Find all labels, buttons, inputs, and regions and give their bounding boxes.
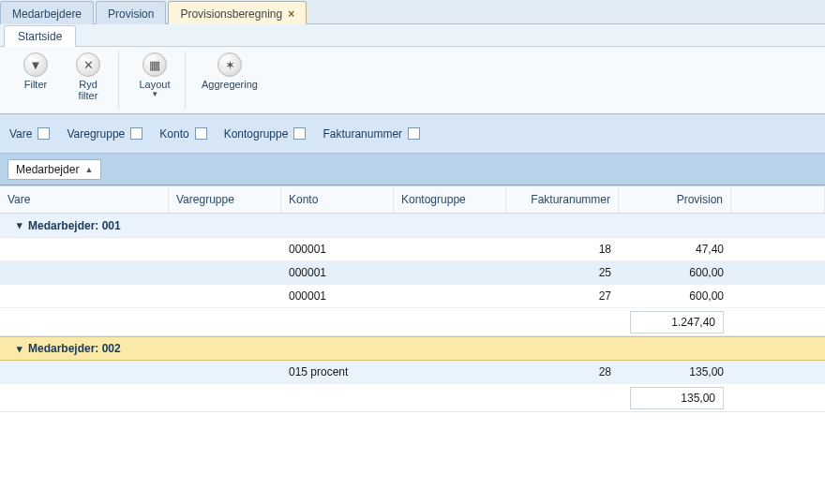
- close-icon[interactable]: ×: [288, 7, 294, 21]
- cell-konto: 000001: [281, 238, 394, 260]
- tab-provisionsberegning[interactable]: Provisionsberegning ×: [168, 1, 307, 24]
- filter-fakturanummer[interactable]: Fakturanummer: [322, 127, 420, 141]
- cell-konto: 000001: [281, 285, 394, 307]
- checkbox-icon[interactable]: [293, 127, 306, 140]
- data-grid: Vare Varegruppe Konto Kontogruppe Faktur…: [0, 185, 825, 412]
- filter-varegruppe[interactable]: Varegruppe: [67, 127, 142, 141]
- cell-vare: [0, 261, 169, 284]
- filter-varegruppe-label: Varegruppe: [67, 127, 125, 141]
- filter-button[interactable]: ▼ Filter: [11, 51, 60, 110]
- cell-fnr: 25: [506, 261, 619, 284]
- col-konto[interactable]: Konto: [281, 186, 394, 213]
- subtotal-value: 135,00: [630, 387, 724, 409]
- funnel-icon: ▼: [23, 52, 48, 77]
- cell-vare: [0, 285, 169, 307]
- filter-fakturanummer-label: Fakturanummer: [322, 127, 402, 141]
- layout-button[interactable]: ▦ Layout ▾: [130, 51, 179, 110]
- filter-vare-label: Vare: [9, 127, 32, 141]
- cell-prov: 600,00: [619, 285, 731, 307]
- subtotal-value: 1.247,40: [630, 311, 724, 334]
- group-label: Medarbejder: 001: [28, 219, 121, 232]
- col-kontogruppe[interactable]: Kontogruppe: [394, 186, 506, 213]
- cell-konto: 000001: [281, 261, 394, 284]
- expand-icon[interactable]: ▾: [17, 343, 22, 355]
- clear-filter-label: Ryd filter: [79, 79, 98, 101]
- grid-header: Vare Varegruppe Konto Kontogruppe Faktur…: [0, 186, 825, 214]
- ribbon-group-filter: ▼ Filter ✕ Ryd filter: [6, 51, 119, 110]
- tab-label: Provision: [108, 7, 154, 21]
- aggregation-label: Aggregering: [202, 79, 258, 90]
- subtotal-row: 135,00: [0, 384, 825, 412]
- chevron-down-icon: ▾: [153, 90, 158, 98]
- chevron-up-icon: ▲: [84, 165, 93, 174]
- groupby-chip-label: Medarbejder: [16, 163, 79, 176]
- cell-prov: 600,00: [619, 261, 731, 284]
- cell-varegruppe: [169, 238, 281, 260]
- filter-kontogruppe-label: Kontogruppe: [224, 127, 289, 141]
- ribbon-body: ▼ Filter ✕ Ryd filter ▦ Layout ▾ ✶ Aggre…: [0, 47, 825, 114]
- col-spacer: [731, 186, 825, 213]
- col-provision[interactable]: Provision: [619, 186, 731, 213]
- cell-spacer: [731, 285, 825, 307]
- cell-fnr: 18: [506, 238, 619, 260]
- cell-vare: [0, 361, 169, 383]
- filter-kontogruppe[interactable]: Kontogruppe: [224, 127, 307, 141]
- cell-fnr: 27: [506, 285, 619, 307]
- aggregation-button[interactable]: ✶ Aggregering: [197, 51, 262, 110]
- table-row[interactable]: 015 procent 28 135,00: [0, 361, 825, 384]
- cell-spacer: [731, 361, 825, 383]
- groupby-bar: Medarbejder ▲: [0, 154, 825, 185]
- clear-filter-button[interactable]: ✕ Ryd filter: [64, 51, 112, 110]
- subtotal-cell: 135,00: [619, 384, 731, 411]
- cell-prov: 47,40: [619, 238, 731, 260]
- ribbon-group-agg: ✶ Aggregering: [191, 51, 268, 110]
- groupby-chip-medarbejder[interactable]: Medarbejder ▲: [8, 159, 101, 180]
- cell-kontogruppe: [394, 261, 506, 284]
- cell-kontogruppe: [394, 238, 506, 260]
- cell-kontogruppe: [394, 285, 506, 307]
- cell-spacer: [731, 261, 825, 284]
- tab-medarbejdere[interactable]: Medarbejdere: [0, 1, 94, 24]
- filter-options-bar: Vare Varegruppe Konto Kontogruppe Faktur…: [0, 114, 825, 154]
- checkbox-icon[interactable]: [130, 127, 142, 140]
- filter-label: Filter: [24, 79, 47, 90]
- layout-icon: ▦: [142, 52, 167, 77]
- checkbox-icon[interactable]: [195, 127, 207, 140]
- table-row[interactable]: 000001 18 47,40: [0, 238, 825, 261]
- expand-icon[interactable]: ▾: [17, 219, 22, 231]
- col-vare[interactable]: Vare: [0, 186, 169, 213]
- filter-konto[interactable]: Konto: [159, 127, 206, 141]
- col-varegruppe[interactable]: Varegruppe: [169, 186, 281, 213]
- table-row[interactable]: 000001 25 600,00: [0, 261, 825, 285]
- cell-vare: [0, 238, 169, 260]
- cell-varegruppe: [169, 261, 281, 284]
- col-fakturanummer[interactable]: Fakturanummer: [506, 186, 619, 213]
- ribbon-tabs: Startside: [0, 24, 825, 47]
- checkbox-icon[interactable]: [408, 127, 420, 140]
- checkbox-icon[interactable]: [38, 127, 50, 140]
- cell-varegruppe: [169, 361, 281, 383]
- cell-fnr: 28: [506, 361, 619, 383]
- subtotal-row: 1.247,40: [0, 308, 825, 336]
- cell-prov: 135,00: [619, 361, 731, 383]
- cell-konto: 015 procent: [281, 361, 394, 383]
- filter-konto-label: Konto: [159, 127, 188, 141]
- tab-provision[interactable]: Provision: [96, 1, 166, 24]
- ribbon-group-layout: ▦ Layout ▾: [125, 51, 186, 110]
- table-row[interactable]: 000001 27 600,00: [0, 285, 825, 308]
- aggregation-icon: ✶: [218, 52, 242, 77]
- tab-label: Provisionsberegning: [180, 7, 282, 21]
- cell-varegruppe: [169, 285, 281, 307]
- tab-label: Medarbejdere: [12, 7, 82, 21]
- cell-kontogruppe: [394, 361, 506, 383]
- subtotal-cell: 1.247,40: [619, 308, 731, 335]
- filter-vare[interactable]: Vare: [9, 127, 50, 141]
- cell-spacer: [731, 238, 825, 260]
- group-header[interactable]: ▾ Medarbejder: 001: [0, 214, 825, 238]
- document-tabs: Medarbejdere Provision Provisionsberegni…: [0, 0, 825, 24]
- clear-filter-icon: ✕: [76, 52, 100, 77]
- ribbon-tab-startside[interactable]: Startside: [4, 25, 76, 47]
- group-label: Medarbejder: 002: [28, 342, 121, 355]
- group-header[interactable]: ▾ Medarbejder: 002: [0, 336, 825, 361]
